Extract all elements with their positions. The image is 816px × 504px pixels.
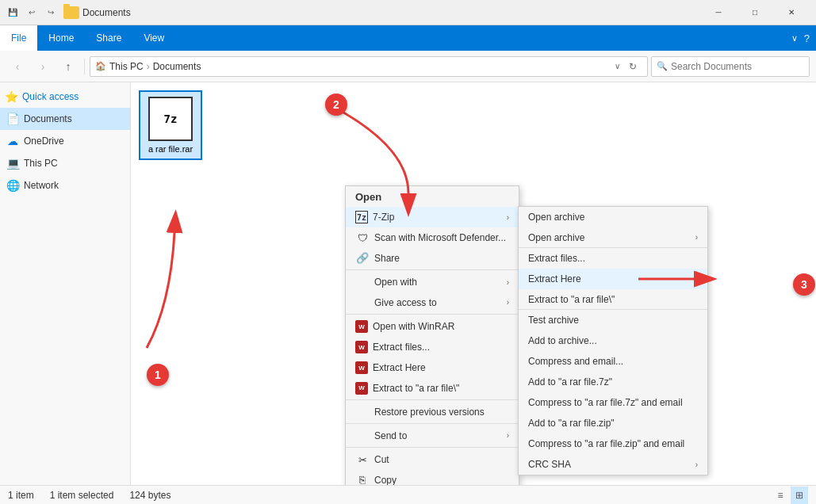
sidebar-item-documents[interactable]: 📄 Documents xyxy=(0,108,130,130)
ctx-section-open: Open xyxy=(346,186,519,207)
address-bar[interactable]: 🏠 This PC › Documents ∨ ↻ xyxy=(90,56,648,77)
close-button[interactable]: ✕ xyxy=(773,0,810,25)
ribbon: File Home Share View ∨ ? xyxy=(0,25,816,51)
sub-item-open-archive-1[interactable]: Open archive xyxy=(519,207,707,227)
sub-item-crc-sha[interactable]: CRC SHA › xyxy=(519,454,707,475)
onedrive-icon: ☁ xyxy=(6,135,19,147)
file-item-rar[interactable]: 7z a rar file.rar xyxy=(139,90,202,160)
ctx-item-send-to[interactable]: Send to › xyxy=(346,426,519,448)
tab-home[interactable]: Home xyxy=(37,25,85,51)
annotation-1: 1 xyxy=(147,364,169,386)
sidebar-item-quick-access[interactable]: ⭐ Quick access xyxy=(0,86,130,108)
sidebar-item-onedrive[interactable]: ☁ OneDrive xyxy=(0,130,130,152)
window-controls: ─ □ ✕ xyxy=(700,0,810,25)
sub-item-extract-to[interactable]: Extract to "a rar file\" xyxy=(519,289,707,310)
ctx-item-defender[interactable]: 🛡 Scan with Microsoft Defender... xyxy=(346,227,519,248)
address-chevron[interactable]: ∨ xyxy=(615,62,620,71)
tab-view[interactable]: View xyxy=(132,25,175,51)
address-this-pc: This PC xyxy=(109,61,144,72)
file-name-label: a rar file.rar xyxy=(148,144,193,154)
ctx-item-share[interactable]: 🔗 Share xyxy=(346,248,519,270)
content-area: 7z a rar file.rar Open 7z 7-Zip › 🛡 Scan… xyxy=(131,82,816,485)
up-button[interactable]: ↑ xyxy=(57,55,79,78)
restore-icon xyxy=(355,405,370,419)
arrow-icon-3: › xyxy=(507,298,509,307)
arrow-icon: › xyxy=(507,213,509,222)
arrow-icon-sub2: › xyxy=(695,460,698,469)
share-icon: 🔗 xyxy=(355,251,370,265)
undo-icon[interactable]: ↩ xyxy=(25,6,38,19)
redo-icon[interactable]: ↪ xyxy=(44,6,57,19)
sub-item-add-7z[interactable]: Add to "a rar file.7z" xyxy=(519,372,707,392)
search-input[interactable] xyxy=(671,61,804,72)
ctx-item-7zip[interactable]: 7z 7-Zip › xyxy=(346,207,519,227)
help-icon[interactable]: ? xyxy=(804,32,810,44)
submenu-7zip: Open archive Open archive › Extract file… xyxy=(518,206,708,475)
address-documents: Documents xyxy=(153,61,611,72)
titlebar-system-icons: 💾 ↩ ↪ xyxy=(6,6,57,19)
arrow-icon-2: › xyxy=(507,278,509,287)
toolbar-separator xyxy=(84,59,85,74)
ctx-item-copy[interactable]: ⎘ Copy xyxy=(346,470,519,485)
ctx-item-restore[interactable]: Restore previous versions xyxy=(346,402,519,424)
sidebar-item-this-pc[interactable]: 💻 This PC xyxy=(0,152,130,174)
sub-item-compress-zip-email[interactable]: Compress to "a rar file.zip" and email xyxy=(519,433,707,454)
statusbar: 1 item 1 item selected 124 bytes ≡ ⊞ xyxy=(0,485,816,504)
sub-item-add-zip[interactable]: Add to "a rar file.zip" xyxy=(519,413,707,433)
ribbon-expand-btn[interactable]: ∨ xyxy=(791,33,798,44)
arrow-icon-4: › xyxy=(507,431,509,440)
ctx-item-extract-here[interactable]: W Extract Here xyxy=(346,357,519,378)
tab-share[interactable]: Share xyxy=(85,25,132,51)
ctx-item-winrar[interactable]: W Open with WinRAR xyxy=(346,316,519,337)
network-icon: 🌐 xyxy=(6,179,19,192)
sendto-icon xyxy=(355,429,370,443)
toolbar: ‹ › ↑ 🏠 This PC › Documents ∨ ↻ 🔍 xyxy=(0,51,816,82)
sub-item-compress-email[interactable]: Compress and email... xyxy=(519,351,707,372)
sidebar: ⭐ Quick access 📄 Documents ☁ OneDrive 💻 … xyxy=(0,82,131,485)
annotation-2: 2 xyxy=(325,94,347,116)
search-icon: 🔍 xyxy=(657,61,668,71)
status-size: 124 bytes xyxy=(129,490,170,501)
tab-file[interactable]: File xyxy=(0,25,37,51)
address-sep1: › xyxy=(147,61,150,72)
refresh-button[interactable]: ↻ xyxy=(623,57,642,76)
ctx-item-extract-files[interactable]: W Extract files... xyxy=(346,337,519,357)
view-controls: ≡ ⊞ xyxy=(772,487,808,504)
documents-icon: 📄 xyxy=(6,113,19,125)
titlebar: 💾 ↩ ↪ Documents ─ □ ✕ xyxy=(0,0,816,25)
search-box[interactable]: 🔍 xyxy=(651,56,810,77)
ctx-item-open-with[interactable]: Open with › xyxy=(346,272,519,292)
ctx-item-give-access[interactable]: Give access to › xyxy=(346,292,519,315)
sub-item-extract-files[interactable]: Extract files... xyxy=(519,248,707,269)
context-menu: Open 7z 7-Zip › 🛡 Scan with Microsoft De… xyxy=(345,185,519,485)
copy-icon: ⎘ xyxy=(355,473,370,486)
star-icon: ⭐ xyxy=(5,90,17,103)
extracthere-icon: W xyxy=(355,361,368,374)
main-area: ⭐ Quick access 📄 Documents ☁ OneDrive 💻 … xyxy=(0,82,816,485)
details-view-btn[interactable]: ≡ xyxy=(772,487,789,504)
extractto-icon: W xyxy=(355,382,368,395)
extract-icon: W xyxy=(355,341,368,353)
sub-item-extract-here[interactable]: Extract Here xyxy=(519,269,707,289)
computer-icon: 💻 xyxy=(6,157,19,170)
forward-button[interactable]: › xyxy=(32,55,54,78)
sidebar-item-network[interactable]: 🌐 Network xyxy=(0,174,130,197)
back-button[interactable]: ‹ xyxy=(6,55,29,78)
file-icon: 7z xyxy=(148,97,193,141)
ctx-item-extract-to[interactable]: W Extract to "a rar file\" xyxy=(346,378,519,400)
cut-icon: ✂ xyxy=(355,452,370,467)
tiles-view-btn[interactable]: ⊞ xyxy=(791,487,808,504)
arrow-icon-sub1: › xyxy=(695,233,698,242)
sub-item-add-to-archive[interactable]: Add to archive... xyxy=(519,330,707,351)
sub-item-open-archive-2[interactable]: Open archive › xyxy=(519,227,707,248)
annotation-3: 3 xyxy=(793,273,815,296)
openwith-icon xyxy=(355,275,370,289)
sub-item-compress-7z-email[interactable]: Compress to "a rar file.7z" and email xyxy=(519,392,707,413)
status-selected: 1 item selected xyxy=(50,490,114,501)
ctx-item-cut[interactable]: ✂ Cut xyxy=(346,449,519,470)
save-icon[interactable]: 💾 xyxy=(6,6,19,19)
maximize-button[interactable]: □ xyxy=(737,0,773,25)
minimize-button[interactable]: ─ xyxy=(700,0,737,25)
winrar-icon: W xyxy=(355,320,368,333)
sub-item-test-archive[interactable]: Test archive xyxy=(519,310,707,330)
